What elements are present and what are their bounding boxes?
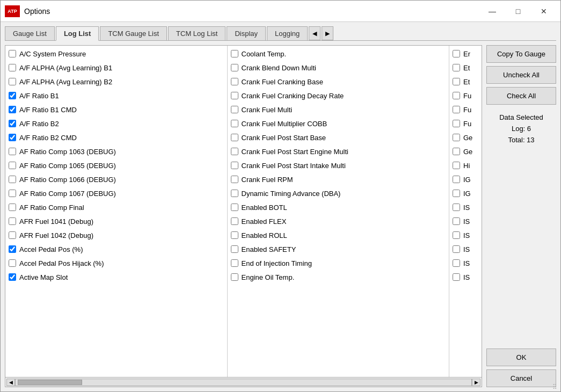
list-item[interactable]: End of Injection Timing	[228, 256, 449, 270]
list-item-checkbox[interactable]	[9, 273, 16, 281]
list-item-checkbox[interactable]	[231, 190, 238, 197]
list-item[interactable]: AFR Fuel 1042 (Debug)	[5, 228, 227, 242]
list-item-checkbox[interactable]	[9, 217, 16, 225]
list-item-checkbox[interactable]	[9, 120, 16, 127]
list-item-checkbox[interactable]	[231, 176, 238, 183]
list-item-checkbox[interactable]	[9, 231, 16, 239]
check-all-button[interactable]: Check All	[486, 87, 556, 105]
list-item-checkbox[interactable]	[9, 78, 16, 85]
list-item-checkbox[interactable]	[453, 120, 460, 127]
list-item[interactable]: IS	[449, 270, 482, 284]
list-item-checkbox[interactable]	[231, 259, 238, 267]
list-item-checkbox[interactable]	[231, 162, 238, 169]
list-item-checkbox[interactable]	[231, 148, 238, 155]
list-item[interactable]: IS	[449, 242, 482, 256]
list-item[interactable]: Enabled SAFETY	[228, 242, 449, 256]
list-item-checkbox[interactable]	[453, 78, 460, 85]
list-item-checkbox[interactable]	[453, 148, 460, 155]
list-item-checkbox[interactable]	[453, 176, 460, 183]
list-item-checkbox[interactable]	[453, 106, 460, 113]
list-item-checkbox[interactable]	[9, 245, 16, 253]
list-item-checkbox[interactable]	[9, 50, 16, 57]
list-item-checkbox[interactable]	[453, 259, 460, 267]
list-item-checkbox[interactable]	[453, 64, 460, 71]
list-item[interactable]: Enabled FLEX	[228, 214, 449, 228]
list-item[interactable]: Crank Fuel Post Start Base	[228, 130, 449, 144]
list-item[interactable]: Crank Fuel Cranking Decay Rate	[228, 89, 449, 103]
list-item-checkbox[interactable]	[9, 92, 16, 99]
list-item-checkbox[interactable]	[453, 231, 460, 239]
list-item[interactable]: AF Ratio Comp Final	[5, 200, 227, 214]
list-item-checkbox[interactable]	[9, 176, 16, 183]
list-item[interactable]: Coolant Temp.	[228, 47, 449, 61]
tab-tcm-log-list[interactable]: TCM Log List	[168, 26, 225, 40]
list-item[interactable]: Enabled BOTL	[228, 200, 449, 214]
list-item-checkbox[interactable]	[231, 78, 238, 85]
list-item[interactable]: Dynamic Timing Advance (DBA)	[228, 186, 449, 200]
list-item[interactable]: Fu	[449, 117, 482, 130]
list-item[interactable]: Hi	[449, 158, 482, 172]
scrollbar-track[interactable]	[15, 379, 472, 386]
list-item-checkbox[interactable]	[453, 245, 460, 253]
list-item[interactable]: Ge	[449, 130, 482, 144]
list-item-checkbox[interactable]	[9, 106, 16, 113]
scroll-right-arrow[interactable]: ▶	[472, 379, 480, 386]
list-item-checkbox[interactable]	[231, 245, 238, 253]
tab-tcm-gauge-list[interactable]: TCM Gauge List	[100, 26, 167, 40]
list-item[interactable]: IG	[449, 172, 482, 186]
list-item[interactable]: IS	[449, 228, 482, 242]
list-item-checkbox[interactable]	[231, 204, 238, 211]
list-item[interactable]: Active Map Slot	[5, 270, 227, 284]
tab-gauge-list[interactable]: Gauge List	[5, 26, 55, 40]
list-item-checkbox[interactable]	[9, 148, 16, 155]
list-item-checkbox[interactable]	[453, 162, 460, 169]
scrollbar-thumb[interactable]	[18, 380, 82, 385]
tab-display[interactable]: Display	[227, 26, 266, 40]
list-item[interactable]: AF Ratio Comp 1066 (DEBUG)	[5, 172, 227, 186]
list-item[interactable]: A/C System Pressure	[5, 47, 227, 61]
list-item[interactable]: Crank Fuel Multiplier COBB	[228, 117, 449, 130]
list-item[interactable]: Fu	[449, 89, 482, 103]
uncheck-all-button[interactable]: Uncheck All	[486, 66, 556, 84]
list-item-checkbox[interactable]	[231, 273, 238, 281]
list-item[interactable]: Ge	[449, 144, 482, 158]
list-item-checkbox[interactable]	[231, 217, 238, 225]
scroll-left-arrow[interactable]: ◀	[6, 379, 15, 386]
tab-logging[interactable]: Logging	[267, 26, 308, 40]
list-item[interactable]: Crank Fuel Post Start Engine Multi	[228, 144, 449, 158]
minimize-button[interactable]: —	[480, 3, 505, 20]
list-item[interactable]: Accel Pedal Pos (%)	[5, 242, 227, 256]
list-item[interactable]: Et	[449, 61, 482, 75]
list-item[interactable]: Crank Fuel RPM	[228, 172, 449, 186]
list-item[interactable]: Enabled ROLL	[228, 228, 449, 242]
list-item-checkbox[interactable]	[231, 134, 238, 141]
list-item[interactable]: Fu	[449, 103, 482, 117]
cancel-button[interactable]: Cancel	[486, 369, 556, 387]
list-item[interactable]: AF Ratio Comp 1067 (DEBUG)	[5, 186, 227, 200]
list-item[interactable]: Accel Pedal Pos Hijack (%)	[5, 256, 227, 270]
list-item[interactable]: Crank Fuel Multi	[228, 103, 449, 117]
copy-to-gauge-button[interactable]: Copy To Gauge	[486, 45, 556, 63]
list-item[interactable]: AF Ratio Comp 1065 (DEBUG)	[5, 158, 227, 172]
list-item[interactable]: Engine Oil Temp.	[228, 270, 449, 284]
list-item[interactable]: Crank Fuel Cranking Base	[228, 75, 449, 89]
list-item-checkbox[interactable]	[231, 50, 238, 57]
list-item-checkbox[interactable]	[9, 204, 16, 211]
maximize-button[interactable]: □	[506, 3, 530, 20]
tab-next-button[interactable]: ▶	[322, 26, 333, 40]
list-item[interactable]: IS	[449, 200, 482, 214]
list-item-checkbox[interactable]	[453, 217, 460, 225]
list-item-checkbox[interactable]	[231, 120, 238, 127]
list-item-checkbox[interactable]	[453, 92, 460, 99]
list-item-checkbox[interactable]	[453, 190, 460, 197]
list-item-checkbox[interactable]	[231, 92, 238, 99]
list-item[interactable]: AF Ratio Comp 1063 (DEBUG)	[5, 144, 227, 158]
list-item[interactable]: AFR Fuel 1041 (Debug)	[5, 214, 227, 228]
list-item-checkbox[interactable]	[453, 273, 460, 281]
list-item-checkbox[interactable]	[9, 64, 16, 71]
close-button[interactable]: ✕	[531, 3, 556, 20]
list-item-checkbox[interactable]	[453, 204, 460, 211]
list-item[interactable]: A/F ALPHA (Avg Learning) B1	[5, 61, 227, 75]
list-item[interactable]: IS	[449, 214, 482, 228]
list-item-checkbox[interactable]	[9, 190, 16, 197]
